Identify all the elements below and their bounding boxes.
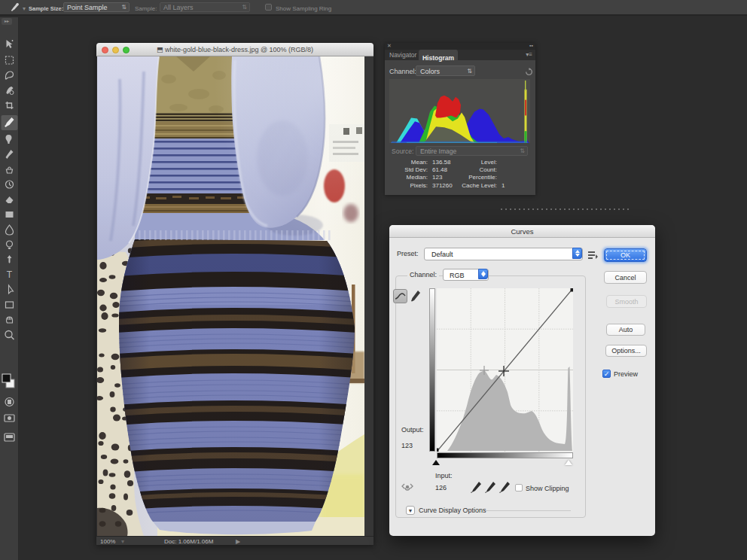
svg-text:T: T — [7, 269, 13, 280]
